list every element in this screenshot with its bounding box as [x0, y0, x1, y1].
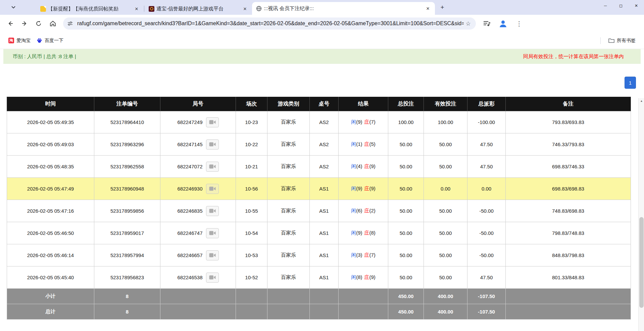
round-video-button[interactable]: [206, 250, 219, 260]
result-cell: 闲(3)庄(7): [339, 244, 388, 266]
tab-close-icon[interactable]: ✕: [133, 5, 140, 12]
session: 10-23: [236, 111, 267, 133]
game-type: 百家乐: [267, 133, 310, 156]
game-type: 百家乐: [267, 200, 310, 222]
valid-bet: 0.00: [424, 178, 467, 200]
table-no: AS1: [310, 178, 339, 200]
footer-empty-cell: [310, 304, 339, 320]
browser-toolbar: rafugf.com/game/betrecord_search/kind3?B…: [0, 15, 644, 32]
game-type: 百家乐: [267, 266, 310, 289]
tab-search-chevron-icon[interactable]: [11, 2, 21, 12]
bet-id: 523178957994: [94, 244, 160, 266]
all-bookmarks-button[interactable]: 所有书签: [605, 36, 639, 45]
menu-kebab-icon[interactable]: ⋮: [514, 18, 524, 29]
footer-empty-cell: [236, 289, 267, 304]
grand-total-row: 总计8450.00400.00-107.50: [7, 304, 631, 320]
round-id: 682247072: [177, 164, 202, 169]
banker-label: 庄: [364, 274, 369, 280]
url-bar[interactable]: rafugf.com/game/betrecord_search/kind3?B…: [63, 17, 476, 30]
bet-record-table: 时间 注单编号 局号 场次 游戏类别 桌号 结果 总投注 有效投注 总派彩 备注…: [7, 97, 631, 320]
bet-time: 2026-02-05 05:47:16: [7, 200, 94, 222]
total-bet: 50.00: [388, 178, 424, 200]
balance-remark: 748.83/698.83: [506, 200, 631, 222]
minimize-icon[interactable]: ─: [598, 0, 613, 11]
table-row: 2026-02-05 05:49:35523178964410682247249…: [7, 111, 631, 133]
round-video-button[interactable]: [206, 184, 219, 194]
bookmark-star-icon[interactable]: ☆: [464, 19, 473, 28]
banker-score: (7): [369, 252, 376, 258]
player-score: (1): [356, 141, 362, 147]
tab-bet-record[interactable]: :::视讯 会员下注纪录::: ✕: [252, 2, 435, 15]
player-score: (9): [356, 119, 362, 125]
forward-icon[interactable]: [19, 18, 30, 29]
round-cell: 682246657: [160, 244, 236, 266]
bet-id: 523178959017: [94, 222, 160, 244]
round-cell: 682246835: [160, 200, 236, 222]
session: 10-56: [236, 178, 267, 200]
valid-bet: 50.00: [424, 222, 467, 244]
round-video-button[interactable]: [206, 162, 219, 172]
film-icon: [209, 275, 216, 280]
bookmarks-bar: 淘 爱淘宝 百度一下 所有书签: [0, 32, 644, 49]
maximize-icon[interactable]: ◻: [613, 0, 629, 11]
tab-title: :::视讯 会员下注纪录:::: [264, 5, 422, 12]
banker-score: (2): [369, 208, 376, 213]
header-remark: 备注: [506, 97, 631, 111]
film-icon: [209, 164, 216, 169]
round-video-button[interactable]: [206, 117, 219, 127]
table-row: 2026-02-05 05:47:16523178959856682246835…: [7, 200, 631, 222]
table-no: AS1: [310, 222, 339, 244]
new-tab-button[interactable]: +: [438, 3, 447, 12]
player-score: (4): [356, 163, 362, 169]
tab-strip: 【新提醒】【海燕优质回帖奖励 ✕ 通宝-信誉最好的网上游戏平台 ✕ :::视讯 …: [0, 0, 644, 15]
banker-score: (9): [369, 274, 376, 280]
tab-tongbao[interactable]: 通宝-信誉最好的网上游戏平台 ✕: [145, 3, 252, 15]
result-cell: 闲(9)庄(8): [339, 222, 388, 244]
bet-time: 2026-02-05 05:49:03: [7, 133, 94, 156]
footer-empty-cell: [339, 289, 388, 304]
total-bet: 50.00: [388, 266, 424, 289]
player-label: 闲: [351, 230, 356, 236]
round-video-button[interactable]: [206, 139, 219, 150]
player-score: (9): [356, 185, 362, 191]
tab-close-icon[interactable]: ✕: [424, 5, 432, 12]
round-id: 682246747: [177, 230, 202, 236]
round-video-button[interactable]: [206, 273, 219, 283]
player-score: (9): [356, 230, 362, 236]
payout: -100.00: [467, 111, 506, 133]
header-bet-id: 注单编号: [94, 97, 160, 111]
home-icon[interactable]: [47, 18, 58, 29]
round-video-button[interactable]: [206, 228, 219, 238]
url-text[interactable]: rafugf.com/game/betrecord_search/kind3?B…: [77, 20, 464, 27]
reload-icon[interactable]: [33, 18, 44, 29]
scroll-up-icon[interactable]: ▲: [639, 98, 644, 104]
back-icon[interactable]: [5, 18, 16, 29]
close-icon[interactable]: ✕: [629, 0, 644, 11]
scrollbar-thumb[interactable]: [639, 217, 644, 308]
profile-avatar-icon[interactable]: [498, 18, 508, 29]
bookmark-aitaobao[interactable]: 淘 爱淘宝: [5, 36, 34, 45]
footer-total-bet: 450.00: [388, 304, 424, 320]
round-cell: 682247249: [160, 111, 236, 133]
footer-empty-cell: [310, 289, 339, 304]
banker-score: (5): [369, 141, 376, 147]
tab-forum[interactable]: 【新提醒】【海燕优质回帖奖励 ✕: [36, 3, 144, 15]
pagination-page-1-button[interactable]: 1: [625, 77, 636, 89]
game-type: 百家乐: [267, 222, 310, 244]
tab-close-icon[interactable]: ✕: [241, 5, 249, 12]
bet-id: 523178963296: [94, 133, 160, 156]
bookmark-baidu[interactable]: 百度一下: [34, 36, 66, 45]
scrollbar[interactable]: ▲ ▼: [638, 98, 644, 331]
balance-remark: 848.83/798.83: [506, 244, 631, 266]
footer-count: 8: [94, 289, 160, 304]
session: 10-55: [236, 200, 267, 222]
site-info-icon[interactable]: [66, 19, 75, 28]
bookmark-label: 爱淘宝: [16, 38, 31, 44]
media-controls-icon[interactable]: [482, 18, 492, 29]
bet-id: 523178962558: [94, 156, 160, 178]
player-label: 闲: [351, 141, 356, 147]
player-label: 闲: [351, 274, 356, 280]
banker-score: (8): [369, 230, 376, 236]
total-bet: 50.00: [388, 133, 424, 156]
round-video-button[interactable]: [206, 206, 219, 216]
